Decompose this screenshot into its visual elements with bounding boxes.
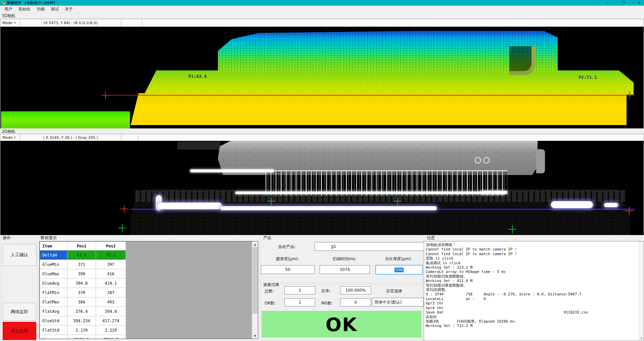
operations-label: 操作 [2,235,12,241]
ng-count-field[interactable]: 0 [340,298,371,306]
maximize-button[interactable]: ❐ [620,1,627,5]
camera2d-view[interactable] [0,141,644,235]
language-combobox[interactable]: 简体中文(默认) ˅ [372,298,424,306]
manual-confirm-button[interactable]: 人工确认 [3,244,36,266]
glue-bead [604,203,618,207]
scroll-up-icon[interactable]: ▲ [252,241,258,247]
reflection-bar [480,191,507,194]
stop-listen-button[interactable]: 停止监听 [3,322,36,340]
chevron-down-icon: ▾ [14,136,16,139]
table-cell: FlatMax [40,297,67,307]
log-line: 3D相机没有网络！ [426,243,588,247]
minimize-button[interactable]: – [604,1,610,5]
info-label: 信息 [426,235,436,241]
ok-count-field[interactable]: 1 [284,298,315,306]
surface-notch [509,46,536,75]
app-icon [1,1,5,5]
table-scrollbar[interactable]: ▲ ▼ [252,241,258,339]
table-cell: GlueStd [40,316,67,326]
product-label: 产品 [262,235,272,241]
cable-silhouette [177,141,220,150]
table-cell: Pos2 [96,242,126,250]
table-cell: 397 [96,260,126,269]
table-cell: 394.8 [67,279,96,288]
camera3d-view[interactable]: P1:63.8 P2:71.1 [0,27,644,128]
menu-item-4[interactable]: 关于 [62,6,76,13]
total-count-field[interactable]: 1 [284,286,315,294]
current-product-field[interactable]: g1 [315,242,438,251]
table-row[interactable]: GlueStd394.234417.274 [40,316,126,326]
scan-time-field[interactable]: 1074 [320,265,370,274]
info-log-container: 3D相机没有网络！Cannot find local IF to match c… [424,241,644,341]
noise-overlay [235,27,571,41]
table-cell: FlatAvg [40,307,67,316]
scrollbar-thumb[interactable] [252,247,258,314]
menu-item-0[interactable]: 用户 [1,6,15,13]
film-thickness-label: 膜厚度(µm): [261,256,314,262]
allowed-thickness-label: 允许厚度(µm): [375,256,421,262]
table-row[interactable]: FlatMax384403 [40,297,126,307]
table-row[interactable]: FlatMin370387 [40,288,126,297]
table-cell: Item [40,242,67,250]
table-cell: GlueAvg [40,279,67,288]
table-header-row[interactable]: ItemPos1Pos2 [40,242,126,250]
crosshair-marker [120,205,128,213]
log-line: Save dat 9110233.csv [426,310,588,315]
table-row[interactable]: GlueMax390416 [40,269,126,279]
scan-time-label: 扫描时间ms: [320,256,369,262]
camera3d-mode-dropdown[interactable]: Mode ▾ [0,19,20,26]
camera2d-pixel-status: ( X 3145, Y 28 ) : ( Gray 255 ) [20,134,121,141]
film-thickness-field[interactable]: 50 [261,265,315,274]
table-row[interactable]: GlueMin371397 [40,260,126,269]
table-cell: 7966.7 [96,335,126,339]
table-row[interactable]: FlatAvg376.4394.8 [40,307,126,316]
log-line: LocateLi at : 0 [426,297,588,301]
noise-overlay [144,70,634,95]
reflection-bar [190,169,274,172]
log-line: Working Set : 421.0 M [426,279,588,283]
p1-measurement-label: P1:63.8 [188,74,207,79]
info-scrollbar[interactable]: ▼ [639,241,644,341]
table-row[interactable]: X2503.57966.7 [40,335,126,339]
table-row[interactable]: DeltaH63.871.1 [40,250,126,260]
table-cell: 403 [96,297,126,307]
results-label: 测量结果 [262,282,280,288]
menu-item-3[interactable]: 调试 [48,6,62,13]
data-table-container: ItemPos1Pos2DeltaH63.871.1GlueMin371397G… [39,241,258,339]
table-cell: 384 [67,297,96,307]
camera3d-strip-spacer [121,19,142,26]
data-display-label: 数据显示 [40,235,58,241]
table-cell: Pos1 [67,242,96,250]
table-cell: FlatStd [40,326,67,335]
table-cell: FlatMin [40,288,67,297]
log-line: hpr3 thr [426,301,588,305]
table-cell: DeltaH [40,250,67,260]
allowed-thickness-field[interactable]: 500 [375,265,423,275]
crosshair-marker [625,207,633,215]
selected-text: 500 [395,268,404,272]
app-window: 测量程序 【当前用户: OEM】 – ❐ ✕ 用户初始化功能调试关于 3D相机 … [0,0,644,341]
table-cell: 2.229 [96,326,126,335]
table-row[interactable]: GlueAvg394.8419.1 [40,279,126,288]
table-cell: 2.139 [67,326,96,335]
table-cell: 390 [67,269,96,279]
pcb-hole [483,157,490,164]
chevron-down-icon: ˅ [420,300,422,304]
close-button[interactable]: ✕ [636,1,643,5]
log-line: Working Set : 712.2 M [426,324,588,328]
table-row[interactable]: FlatStd2.1392.229 [40,326,126,335]
menu-item-1[interactable]: 初始化 [15,6,34,13]
glue-bead [551,201,593,208]
table-cell: 2503.5 [67,335,96,339]
scroll-down-icon[interactable]: ▼ [252,333,258,339]
camera2d-mode-dropdown[interactable]: Mode ▾ [0,134,20,141]
log-line: 加载3张 行AOI检查, Elapsed 19296 ms. [426,319,588,324]
result-status-text: OK [326,314,358,335]
yield-field[interactable]: 100.000% [340,286,371,294]
menu-item-2[interactable]: 功能 [34,6,48,13]
glue-bead [220,206,437,210]
scroll-down-icon[interactable]: ▼ [639,337,644,340]
network-listen-button[interactable]: 网络监听 [3,303,36,321]
log-line: 登陆 is click [426,256,588,261]
crosshair-marker [626,91,634,99]
